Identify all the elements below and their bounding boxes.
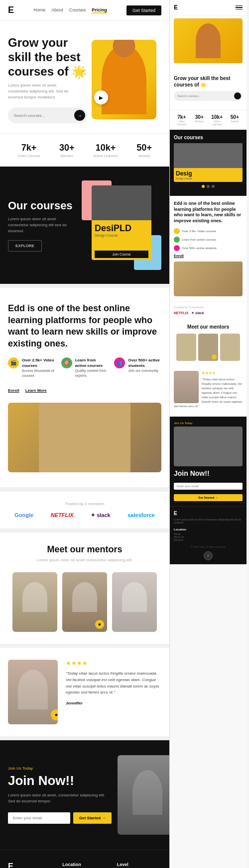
stat-label-0: Video Courses [17,154,40,158]
course-card-main: DesiPLD Design Course Join Course [92,185,151,260]
search-button[interactable]: → [74,110,85,121]
side-feature-icon-2 [174,245,180,251]
side-trusted-section: Trusted by 3 members NETFLIX ✦ slack [170,301,247,319]
side-join-email-input[interactable] [174,483,243,490]
netflix-logo: NETFLIX [51,512,74,518]
dot-1[interactable] [202,185,205,188]
side-join-section: Join Us Today Join Now!! Get Started → [170,417,247,506]
side-feature-0: Over 2.5k+ Video courses [174,228,243,234]
side-mentor-card-1[interactable] [198,334,218,361]
footer-grid: E Lorem ipsum dolor sit amet consectetur… [8,862,161,868]
learn-more-link[interactable]: Learn More [25,388,47,393]
stat-number-2: 10k+ [94,143,118,153]
hero-person-body [102,45,146,114]
side-enroll-link[interactable]: Enroll [174,254,243,258]
side-stats: 7k+ Video Courses 30+ Mentors 10k+ Activ… [170,110,247,130]
mentor-card-2[interactable] [112,572,157,632]
nav-link-pricing[interactable]: Pricing [92,7,107,13]
side-copyright: © 2024 Edd. All rights reserved. [174,545,243,548]
side-stat-num-1: 30+ [192,114,208,120]
side-course-name: Desig [176,170,241,177]
join-section: Join Us Today Join Now!! Lorem ipsum dol… [0,740,169,850]
side-stat-3: 50+ Awards [227,114,243,126]
side-about-title: Edd is one of the best online learning p… [174,201,243,224]
join-cta-button[interactable]: Get Started → [73,812,112,824]
dot-3[interactable] [212,185,215,188]
side-hero-image [174,18,243,63]
join-course-button[interactable]: Join Course [95,251,148,258]
side-feature-text-1: Learn from active courses [182,238,216,241]
stat-number-1: 30+ [59,143,75,153]
feature-item-1: 🎯 Learn from active courses Quality cont… [61,357,109,378]
side-join-cta-button[interactable]: Get Started → [174,494,243,501]
hero-person-head [113,40,135,57]
side-logo: E [174,4,178,11]
section-separator-1 [0,284,169,288]
trusted-section: Trusted by 3 members Google NETFLIX ✦ sl… [0,491,169,528]
trusted-label: Trusted by 3 members [8,502,161,506]
side-course-subtitle: Design Course [176,177,241,180]
join-email-input[interactable] [8,812,70,824]
side-footer: E Lorem ipsum dolor sit amet consectetur… [170,506,247,564]
footer-col-0: Location Home About Us Services Portfoli… [62,862,107,868]
side-netflix-logo: NETFLIX [174,311,188,315]
side-trusted-label: Trusted by 3 members [174,306,243,309]
courses-title: Our courses [8,199,74,212]
side-join-image [174,427,243,466]
side-feature-1: Learn from active courses [174,237,243,243]
join-input-row: Get Started → [8,812,112,824]
side-search-input[interactable] [177,94,234,97]
testimonial-author: Jenniffer [66,701,161,705]
course-card-title: DesiPLD [95,223,148,234]
side-mentor-card-2[interactable] [220,334,240,361]
side-stat-1: 30+ Mentors [192,114,208,126]
side-menu-icon[interactable] [236,5,243,10]
google-logo: Google [14,512,33,518]
hero-subtitle: Lorem ipsum dolor sit amet, consectetur … [8,83,78,100]
hero-left: Grow your skill the best courses of 🌟 Lo… [8,36,92,123]
carousel-dots [174,185,243,188]
courses-section: Our courses Lorem ipsum dolor sit amet c… [0,167,169,284]
side-mentor-grid [174,334,243,361]
side-prev-button[interactable]: ‹ [204,551,213,560]
side-courses-title: Our courses [174,135,243,140]
enroll-link[interactable]: Enroll [8,388,19,393]
course-card-stack: DesiPLD Design Course Join Course [82,180,161,270]
search-input[interactable] [14,113,74,118]
feature-icon-0: 🎬 [8,357,19,368]
side-search-button[interactable] [234,92,241,99]
play-icon: ▶ [99,95,103,100]
nav-link-courses[interactable]: Courses [69,7,86,13]
side-stat-lbl-2: Active Learners [209,120,225,126]
side-course-body: Desig Design Course [174,168,243,182]
nav-cta-button[interactable]: Get Started [126,5,161,15]
menu-line-2 [236,7,243,8]
courses-description: Lorem ipsum dolor sit amet consectetur a… [8,216,74,234]
side-hero-text: Grow your skill the best courses of 🌟 [170,70,247,110]
play-button[interactable]: ▶ [94,90,108,104]
nav-link-about[interactable]: About [51,7,63,13]
join-description: Lorem ipsum dolor sit amet, consectetur … [8,792,112,804]
explore-button[interactable]: EXPLORE [8,240,42,252]
side-courses-section: Our courses Desig Design Course [170,130,247,196]
side-course-image [174,143,243,168]
mentor-badge-1: ★ [95,620,104,629]
section-separator-3 [0,528,169,532]
footer-brand-col: E Lorem ipsum dolor sit amet consectetur… [8,862,52,868]
side-stat-num-2: 10k+ [209,114,225,120]
footer-logo: E [8,862,52,868]
nav-link-home[interactable]: Home [33,7,45,13]
mentor-card-0[interactable] [12,572,57,632]
side-feature-text-0: Over 2.5k+ Video courses [182,230,216,233]
testimonial-stars: ★★★★ [66,660,161,667]
about-title: Edd is one of the best online learning p… [8,303,161,349]
desk-person-shape [39,403,131,472]
hero-right: ▶ [92,40,161,119]
join-left: Join Us Today Join Now!! Lorem ipsum dol… [8,766,112,824]
dot-2[interactable] [207,185,210,188]
feature-item-0: 🎬 Over 2.5k+ Video courses Access thousa… [8,357,55,378]
mentor-card-1[interactable]: ★ [62,572,107,632]
side-footer-logo: E [174,511,243,516]
stat-learners: 10k+ Active Learners [94,143,118,158]
side-mentor-card-0[interactable] [176,334,196,361]
